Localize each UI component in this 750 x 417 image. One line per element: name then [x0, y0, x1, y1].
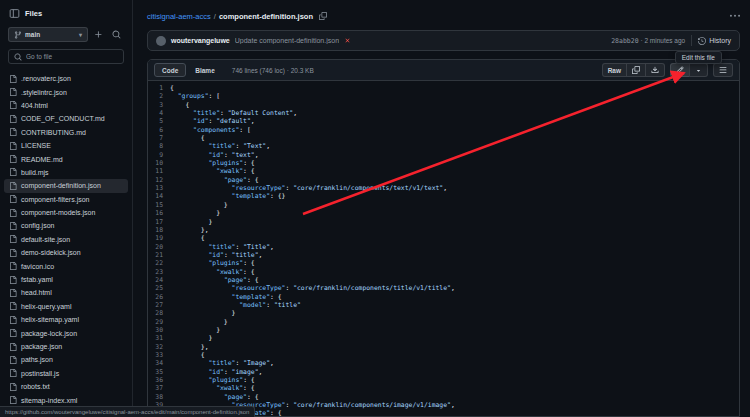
commit-author[interactable]: woutervangeluwe [171, 37, 230, 44]
line-number[interactable]: 5 [148, 117, 170, 125]
file-tree-item[interactable]: component-definition.json [4, 179, 128, 192]
file-tree-item[interactable]: default-site.json [4, 233, 128, 246]
line-content: "page": { [170, 176, 259, 184]
line-number[interactable]: 29 [148, 318, 170, 326]
file-tree-item[interactable]: config.json [4, 219, 128, 232]
line-number[interactable]: 1 [148, 84, 170, 92]
line-number[interactable]: 14 [148, 192, 170, 200]
file-tree-item[interactable]: helix-sitemap.yaml [4, 313, 128, 326]
line-number[interactable]: 6 [148, 126, 170, 134]
file-tree-item[interactable]: fstab.yaml [4, 273, 128, 286]
file-tree-item[interactable]: package-lock.json [4, 326, 128, 339]
file-tree-item[interactable]: helix-query.yaml [4, 300, 128, 313]
file-tree-item[interactable]: robots.txt [4, 380, 128, 393]
symbols-panel-icon[interactable] [713, 63, 733, 77]
more-options-icon[interactable] [730, 11, 740, 21]
file-tree-item[interactable]: sitemap-index.xml [4, 393, 128, 406]
status-bar-url: https://github.com/woutervangeluwe/citis… [0, 406, 255, 417]
file-tree-item[interactable]: demo-sidekick.json [4, 246, 128, 259]
branch-selector[interactable]: main ▾ [8, 27, 88, 42]
code-line: 1{ [148, 84, 739, 92]
file-tree-item[interactable]: component-models.json [4, 206, 128, 219]
line-number[interactable]: 7 [148, 134, 170, 142]
file-tree-item[interactable]: paths.json [4, 353, 128, 366]
file-icon [9, 142, 17, 150]
code-line: 8 "title": "Text", [148, 142, 739, 150]
line-number[interactable]: 28 [148, 309, 170, 317]
file-tree-item[interactable]: 404.html [4, 99, 128, 112]
line-number[interactable]: 34 [148, 359, 170, 367]
line-number[interactable]: 3 [148, 101, 170, 109]
file-tree-item[interactable]: postinstall.js [4, 367, 128, 380]
commit-message-link[interactable]: Update component-definition.json [235, 37, 339, 44]
file-tree-item[interactable]: .renovaterc.json [4, 72, 128, 85]
line-number[interactable]: 24 [148, 276, 170, 284]
add-file-button[interactable] [91, 27, 106, 42]
collapse-sidebar-icon[interactable] [9, 8, 20, 19]
line-number[interactable]: 17 [148, 218, 170, 226]
line-number[interactable]: 11 [148, 167, 170, 175]
line-number[interactable]: 38 [148, 393, 170, 401]
line-number[interactable]: 19 [148, 234, 170, 242]
edit-file-button[interactable] [670, 63, 690, 77]
file-tree-item[interactable]: LICENSE [4, 139, 128, 152]
sidebar-header: Files [0, 6, 132, 27]
line-number[interactable]: 27 [148, 301, 170, 309]
line-number[interactable]: 23 [148, 268, 170, 276]
line-number[interactable]: 9 [148, 151, 170, 159]
file-tree-item[interactable]: build.mjs [4, 166, 128, 179]
line-number[interactable]: 16 [148, 209, 170, 217]
line-number[interactable]: 13 [148, 184, 170, 192]
code-line: 4 "title": "Default Content", [148, 109, 739, 117]
line-number[interactable]: 25 [148, 284, 170, 292]
line-number[interactable]: 21 [148, 251, 170, 259]
line-number[interactable]: 31 [148, 334, 170, 342]
file-tree-item[interactable]: CODE_OF_CONDUCT.md [4, 112, 128, 125]
raw-button[interactable]: Raw [602, 63, 627, 77]
tab-blame[interactable]: Blame [187, 63, 223, 77]
edit-dropdown-button[interactable] [689, 63, 708, 77]
line-number[interactable]: 2 [148, 92, 170, 100]
line-content: { [170, 84, 174, 92]
line-number[interactable]: 4 [148, 109, 170, 117]
file-tree-item[interactable]: README.md [4, 152, 128, 165]
line-number[interactable]: 20 [148, 243, 170, 251]
download-icon[interactable] [645, 63, 665, 77]
line-number[interactable]: 37 [148, 384, 170, 392]
commit-sha[interactable]: 28abb20 [611, 37, 638, 45]
line-content: { [170, 134, 205, 142]
commit-time: 2 minutes ago [644, 37, 685, 44]
file-name: .stylelintrc.json [21, 89, 67, 96]
line-number[interactable]: 33 [148, 351, 170, 359]
line-number[interactable]: 22 [148, 259, 170, 267]
go-to-file-box[interactable] [8, 49, 124, 64]
search-files-button[interactable] [109, 27, 124, 42]
check-failed-icon[interactable] [344, 37, 351, 44]
line-number[interactable]: 15 [148, 201, 170, 209]
copy-path-icon[interactable] [319, 12, 327, 20]
file-tree-item[interactable]: component-filters.json [4, 193, 128, 206]
copy-file-icon[interactable] [626, 63, 646, 77]
tab-code[interactable]: Code [154, 63, 186, 77]
go-to-file-input[interactable] [26, 53, 118, 60]
line-number[interactable]: 26 [148, 293, 170, 301]
line-number[interactable]: 10 [148, 159, 170, 167]
file-tree-item[interactable]: favicon.ico [4, 259, 128, 272]
line-number[interactable]: 35 [148, 368, 170, 376]
line-number[interactable]: 12 [148, 176, 170, 184]
file-tree-sidebar: Files main ▾ .renovaterc.json.sty [0, 0, 133, 417]
file-name: robots.txt [21, 383, 50, 390]
file-tree-item[interactable]: .stylelintrc.json [4, 85, 128, 98]
line-number[interactable]: 36 [148, 376, 170, 384]
line-content: "id": "default", [170, 117, 255, 125]
file-tree-item[interactable]: head.html [4, 286, 128, 299]
history-button[interactable]: History [698, 37, 731, 45]
line-number[interactable]: 18 [148, 226, 170, 234]
file-tree-item[interactable]: CONTRIBUTING.md [4, 126, 128, 139]
line-number[interactable]: 30 [148, 326, 170, 334]
avatar[interactable] [156, 36, 166, 46]
file-tree-item[interactable]: package.json [4, 340, 128, 353]
line-number[interactable]: 8 [148, 142, 170, 150]
breadcrumb-repo-link[interactable]: citisignal-aem-accs [147, 12, 211, 21]
line-number[interactable]: 32 [148, 343, 170, 351]
